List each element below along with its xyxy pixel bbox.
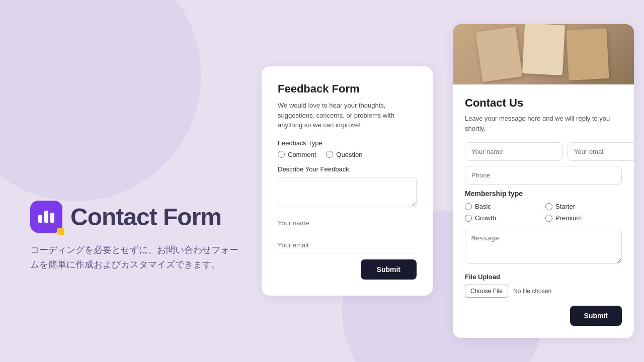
- feedback-textarea[interactable]: [278, 177, 417, 207]
- photo-2: [522, 24, 565, 75]
- feedback-submit-row: Submit: [278, 259, 417, 280]
- contact-message-textarea[interactable]: [465, 229, 622, 264]
- photo-stack: [479, 29, 608, 79]
- photo-1: [475, 27, 522, 82]
- membership-growth[interactable]: Growth: [465, 214, 541, 222]
- contact-form-card: Contact Us Leave your message here and w…: [453, 24, 634, 338]
- contact-submit-button[interactable]: Submit: [570, 306, 622, 326]
- contact-email-input[interactable]: [568, 142, 634, 161]
- feedback-form-description: We would love to hear your thoughts, sug…: [278, 101, 417, 130]
- membership-basic-input[interactable]: [465, 203, 472, 210]
- membership-type-label: Membership type: [465, 190, 622, 198]
- file-upload-label: File Upload: [465, 273, 622, 281]
- contact-image-area: [453, 24, 634, 84]
- radio-comment[interactable]: Comment: [278, 151, 316, 158]
- contact-form-title: Contact Us: [465, 97, 622, 110]
- describe-feedback-label: Describe Your Feedback:: [278, 165, 417, 173]
- feedback-form-title: Feedback Form: [278, 82, 417, 96]
- feedback-form-card: Feedback Form We would love to hear your…: [262, 66, 433, 296]
- membership-growth-input[interactable]: [465, 215, 472, 222]
- radio-comment-input[interactable]: [278, 151, 285, 158]
- feedback-name-input[interactable]: [278, 215, 417, 231]
- contact-name-input[interactable]: [465, 142, 562, 161]
- brand-icon-bars: [38, 211, 54, 223]
- file-upload-row: Choose File No file chosen: [465, 285, 622, 298]
- membership-premium-label: Premium: [555, 214, 582, 222]
- membership-basic-label: Basic: [475, 203, 491, 210]
- membership-starter-label: Starter: [555, 203, 575, 210]
- radio-question-label: Question: [336, 151, 362, 158]
- page-container: Contact Form コーディングを必要とせずに、お問い合わせフォームを簡単…: [0, 0, 644, 362]
- left-section: Contact Form コーディングを必要とせずに、お問い合わせフォームを簡単…: [30, 90, 242, 272]
- brand-row: Contact Form: [30, 201, 242, 233]
- contact-form-subtitle: Leave your message here and we will repl…: [465, 114, 622, 133]
- bar3: [50, 213, 54, 223]
- contact-name-email-row: [465, 142, 622, 161]
- membership-premium-input[interactable]: [545, 215, 552, 222]
- brand-icon: [30, 201, 62, 233]
- contact-form-body: Contact Us Leave your message here and w…: [453, 84, 634, 338]
- feedback-submit-button[interactable]: Submit: [361, 259, 417, 280]
- membership-growth-label: Growth: [475, 214, 496, 222]
- membership-starter-input[interactable]: [545, 203, 552, 210]
- membership-premium[interactable]: Premium: [545, 214, 622, 222]
- feedback-type-radio-group: Comment Question: [278, 151, 417, 158]
- photo-3: [566, 28, 609, 80]
- radio-question-input[interactable]: [326, 151, 333, 158]
- choose-file-button[interactable]: Choose File: [465, 285, 508, 298]
- bar2: [44, 211, 48, 223]
- file-name-text: No file chosen: [513, 288, 551, 295]
- brand-title: Contact Form: [70, 203, 221, 231]
- radio-comment-label: Comment: [288, 151, 316, 158]
- membership-basic[interactable]: Basic: [465, 203, 541, 210]
- radio-question[interactable]: Question: [326, 151, 362, 158]
- contact-submit-row: Submit: [465, 306, 622, 326]
- bar1: [38, 215, 42, 223]
- membership-options-grid: Basic Starter Growth Premium: [465, 203, 622, 222]
- feedback-email-input[interactable]: [278, 237, 417, 253]
- brand-description: コーディングを必要とせずに、お問い合わせフォームを簡単に作成およびカスタマイズで…: [30, 243, 242, 272]
- contact-phone-input[interactable]: [465, 166, 622, 185]
- feedback-type-label: Feedback Type: [278, 139, 417, 147]
- membership-starter[interactable]: Starter: [545, 203, 622, 210]
